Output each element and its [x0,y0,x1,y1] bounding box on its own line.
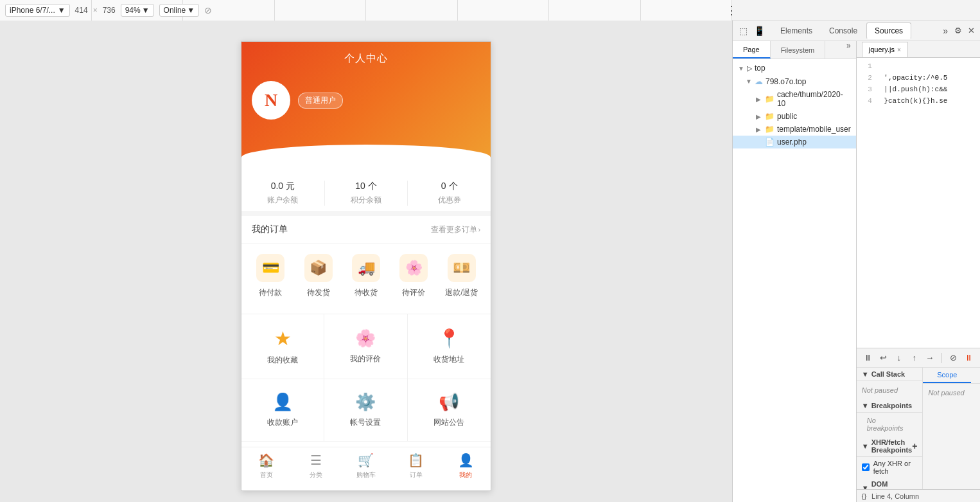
order-pending-payment[interactable]: 💳 待付款 [247,254,294,298]
nav-category[interactable]: ☰ 分类 [292,453,342,480]
call-stack-label: Call Stack [871,370,906,378]
order-pending-receive[interactable]: 🚚 待收货 [342,254,390,298]
zoom-arrow: ▼ [142,6,150,15]
call-stack-header[interactable]: ▼ Call Stack [857,368,923,381]
code-line-1: 1 [862,60,980,72]
tree-userphp-label: user.php [777,138,807,147]
order-pending-review[interactable]: 🌸 待评价 [390,254,437,298]
tree-template-label: template/mobile_user [777,125,851,134]
tree-top[interactable]: ▼ ▷ top [733,62,856,75]
deactivate-breakpoints-btn[interactable]: ⊘ [947,352,960,364]
tree-domain-label: 798.o7o.top [766,77,806,86]
step-btn[interactable]: → [923,352,936,364]
tree-cache[interactable]: ▶ 📁 cache/thumb/2020-10 [733,88,856,110]
device-mode-icon[interactable]: 📱 [753,24,766,37]
service-address[interactable]: 📍 收货地址 [408,314,491,379]
stat-balance: 0.0 元 账户余额 [241,181,324,206]
zoom-value: 94% [125,6,141,15]
nav-cart[interactable]: 🛒 购物车 [341,453,391,480]
pending-receive-icon: 🚚 [352,254,380,282]
pause-on-exception-btn[interactable]: ⏸ [963,352,976,364]
order-refund[interactable]: 💴 退款/退货 [438,254,486,298]
dom-arrow: ▼ [862,484,869,489]
public-expand-icon: ▶ [756,113,762,120]
service-announcements[interactable]: 📢 网站公告 [408,379,491,442]
stat-coupons: 0 个 优惠券 [408,181,491,206]
close-devtools-icon[interactable]: ✕ [967,27,975,35]
account-label: 收款账户 [267,417,298,428]
service-settings[interactable]: ⚙️ 帐号设置 [324,379,407,442]
watch-tab[interactable]: Watch [971,368,980,383]
breakpoints-arrow: ▼ [862,402,869,409]
tab-sources[interactable]: Sources [866,22,911,39]
xhr-add-icon[interactable]: + [912,441,917,451]
nav-orders[interactable]: 📋 订单 [391,453,441,480]
status-bar: {} Line 4, Column ▤ [857,489,980,502]
orders-nav-icon: 📋 [408,453,424,468]
top-expand-icon: ▼ [738,65,744,72]
call-stack-content: Not paused [857,381,923,399]
tab-console[interactable]: Console [821,22,865,39]
more-subtabs-icon[interactable]: » [841,41,856,58]
folder-icon-public: 📁 [765,112,774,121]
any-xhr-checkbox[interactable] [862,463,870,471]
device-selector[interactable]: iPhone 6/7/... ▼ [5,4,70,17]
step-out-btn[interactable]: ↑ [908,352,921,364]
tab-elements[interactable]: Elements [773,22,820,39]
pause-btn[interactable]: ⏸ [862,352,875,364]
dom-breakpoints-header[interactable]: ▼ DOM Breakpoints [857,478,923,489]
service-favorites[interactable]: ★ 我的收藏 [241,314,324,379]
line-num-4: 4 [862,95,872,107]
curly-braces-icon[interactable]: {} [862,492,866,500]
service-reviews[interactable]: 🌸 我的评价 [324,314,407,379]
network-selector[interactable]: Online ▼ [159,4,200,17]
debugger-main: ▼ Call Stack Not paused ▼ Breakpoints [857,368,980,489]
announcements-icon: 📢 [439,392,459,412]
category-label: 分类 [310,471,322,480]
nav-home[interactable]: 🏠 首页 [241,453,292,480]
nav-profile[interactable]: 👤 我的 [441,453,491,480]
sources-file-tree: Page Filesystem » ▼ ▷ top [733,41,857,502]
xhr-header[interactable]: ▼ XHR/fetch Breakpoints + [857,436,923,457]
favorites-icon: ★ [274,327,292,350]
tree-user-php[interactable]: 📄 user.php [733,136,856,148]
order-pending-ship[interactable]: 📦 待发货 [294,254,342,298]
pending-ship-label: 待发货 [307,287,330,298]
step-into-btn[interactable]: ↓ [893,352,906,364]
network-arrow: ▼ [187,6,195,15]
breakpoints-header[interactable]: ▼ Breakpoints [857,399,923,413]
no-touch-icon: ⊘ [204,5,212,15]
subtab-page[interactable]: Page [733,41,771,58]
phone-frame: 个人中心 N 普通用户 0.0 元 账户余额 [241,41,491,491]
tree-public[interactable]: ▶ 📁 public [733,110,856,123]
inspect-icon[interactable]: ⬚ [738,24,749,37]
scope-tab[interactable]: Scope [923,368,971,383]
cloud-icon: ☁ [755,76,763,86]
close-file-tab-icon[interactable]: × [897,46,901,53]
profile-icon: 👤 [458,453,474,468]
width-value: 414 [75,6,88,15]
code-line-2: 2 ',opacity:/^0.5 [862,72,980,84]
cart-icon: 🛒 [358,453,374,468]
tree-template[interactable]: ▶ 📁 template/mobile_user [733,123,856,136]
more-options-icon[interactable]: ⋮ [726,3,737,17]
refund-label: 退款/退货 [445,287,478,298]
tree-domain[interactable]: ▼ ☁ 798.o7o.top [733,75,856,88]
folder-icon-template: 📁 [765,125,774,134]
code-editor[interactable]: 1 2 ',opacity:/^0.5 3 ||d.push(h):c&& [857,58,980,348]
sources-panel: Page Filesystem » ▼ ▷ top [733,41,980,502]
step-over-btn[interactable]: ↩ [877,352,890,364]
xhr-checkbox-item: Any XHR or fetch [862,460,918,475]
more-tabs-icon[interactable]: » [943,26,948,36]
settings-icon: ⚙️ [355,392,376,412]
service-account[interactable]: 👤 收款账户 [241,379,324,442]
network-value: Online [164,6,186,15]
height-value: 736 [103,6,116,15]
file-tab-jquery[interactable]: jquery.js × [862,42,908,57]
settings-gear-icon[interactable]: ⚙ [954,27,962,35]
pending-payment-label: 待付款 [259,287,282,298]
subtab-filesystem[interactable]: Filesystem [771,41,826,58]
line-num-1: 1 [862,60,872,72]
zoom-selector[interactable]: 94% ▼ [121,4,154,17]
orders-more[interactable]: 查看更多订单 › [431,224,480,235]
